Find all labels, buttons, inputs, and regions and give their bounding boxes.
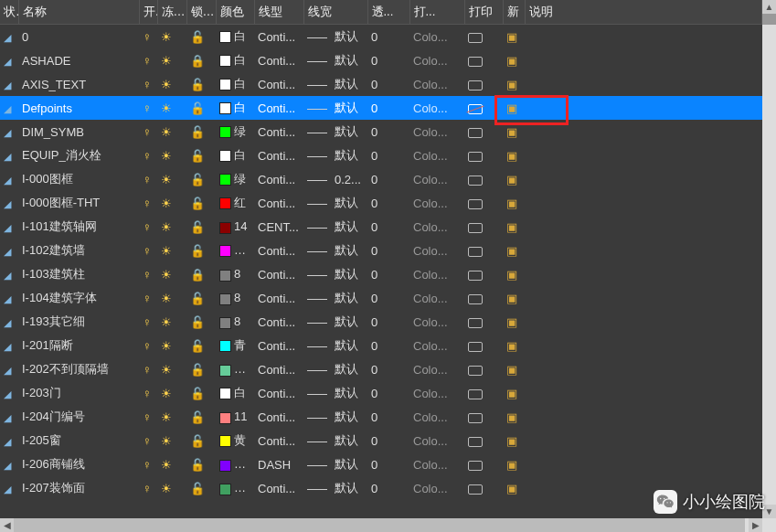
plotstyle-cell[interactable]: Colo... (409, 429, 464, 452)
table-row[interactable]: ◢I-103建筑柱♀☀🔒8Conti...默认0Colo...▣ (0, 262, 762, 286)
plot-cell[interactable] (464, 215, 503, 239)
scroll-left-icon[interactable]: ◀ (0, 518, 14, 532)
linetype-cell[interactable]: Conti... (254, 357, 303, 381)
newvp-cell[interactable]: ▣ (503, 191, 525, 215)
lock-cell[interactable]: 🔓 (186, 286, 216, 310)
linetype-cell[interactable]: Conti... (254, 334, 303, 357)
lock-cell[interactable]: 🔓 (186, 452, 216, 476)
name-cell[interactable]: I-193其它细 (18, 310, 139, 334)
newvp-cell[interactable]: ▣ (503, 262, 525, 286)
newvp-cell[interactable]: ▣ (503, 144, 525, 167)
name-cell[interactable]: I-202不到顶隔墙 (18, 357, 139, 381)
lineweight-cell[interactable]: 默认 (331, 262, 367, 286)
linetype-cell[interactable]: Conti... (254, 381, 303, 405)
freeze-cell[interactable]: ☀ (157, 405, 186, 429)
newvp-cell[interactable]: ▣ (503, 357, 525, 381)
desc-cell[interactable] (525, 310, 762, 334)
color-cell[interactable]: 白 (216, 72, 254, 96)
color-cell[interactable]: 黄 (216, 429, 254, 452)
linetype-cell[interactable]: Conti... (254, 405, 303, 429)
table-row[interactable]: ◢ASHADE♀☀🔒白Conti...默认0Colo...▣ (0, 48, 762, 72)
freeze-cell[interactable]: ☀ (157, 167, 186, 191)
name-cell[interactable]: AXIS_TEXT (18, 72, 139, 96)
plot-cell[interactable] (464, 310, 503, 334)
printer-icon[interactable] (468, 128, 483, 138)
printer-icon[interactable] (468, 437, 483, 447)
h-new[interactable]: 新 (503, 0, 525, 25)
transparency-cell[interactable]: 0 (367, 25, 409, 49)
on-cell[interactable]: ♀ (139, 452, 157, 476)
transparency-cell[interactable]: 0 (367, 239, 409, 262)
linetype-cell[interactable]: Conti... (254, 310, 303, 334)
color-cell[interactable]: 白 (216, 48, 254, 72)
printer-icon[interactable] (468, 389, 483, 399)
freeze-cell[interactable]: ☀ (157, 452, 186, 476)
table-row[interactable]: ◢I-101建筑轴网♀☀🔓14CENT...默认0Colo...▣ (0, 215, 762, 239)
printer-icon[interactable] (468, 461, 483, 471)
lock-cell[interactable]: 🔓 (186, 120, 216, 144)
desc-cell[interactable] (525, 215, 762, 239)
plot-cell[interactable] (464, 25, 503, 49)
plot-cell[interactable] (464, 405, 503, 429)
color-cell[interactable]: 白 (216, 144, 254, 167)
lineweight-cell[interactable]: 默认 (331, 452, 367, 476)
linetype-cell[interactable]: Conti... (254, 476, 303, 500)
h-name[interactable]: 名称 (18, 0, 139, 25)
newvp-cell[interactable]: ▣ (503, 167, 525, 191)
table-row[interactable]: ◢0♀☀🔓白Conti...默认0Colo...▣ (0, 25, 762, 49)
lineweight-cell[interactable]: 默认 (331, 286, 367, 310)
plot-cell[interactable] (464, 191, 503, 215)
printer-icon[interactable] (468, 33, 483, 43)
lock-cell[interactable]: 🔓 (186, 429, 216, 452)
lineweight-sample[interactable] (303, 286, 331, 310)
lineweight-sample[interactable] (303, 48, 331, 72)
lineweight-sample[interactable] (303, 72, 331, 96)
printer-icon[interactable] (468, 176, 483, 186)
lineweight-sample[interactable] (303, 452, 331, 476)
printer-icon[interactable] (468, 413, 483, 423)
plot-cell[interactable] (464, 239, 503, 262)
lineweight-cell[interactable]: 默认 (331, 334, 367, 357)
lineweight-sample[interactable] (303, 96, 331, 120)
transparency-cell[interactable]: 0 (367, 262, 409, 286)
on-cell[interactable]: ♀ (139, 262, 157, 286)
newvp-cell[interactable]: ▣ (503, 334, 525, 357)
plotstyle-cell[interactable]: Colo... (409, 96, 464, 120)
lineweight-sample[interactable] (303, 357, 331, 381)
linetype-cell[interactable]: CENT... (254, 215, 303, 239)
name-cell[interactable]: I-204门编号 (18, 405, 139, 429)
lock-cell[interactable]: 🔓 (186, 167, 216, 191)
status-cell[interactable]: ◢ (0, 357, 18, 381)
table-row[interactable]: ◢I-000图框♀☀🔓绿Conti...0.2...0Colo...▣ (0, 167, 762, 191)
color-cell[interactable]: 8 (216, 310, 254, 334)
freeze-cell[interactable]: ☀ (157, 239, 186, 262)
name-cell[interactable]: Defpoints (18, 96, 139, 120)
freeze-cell[interactable]: ☀ (157, 262, 186, 286)
newvp-cell[interactable]: ▣ (503, 286, 525, 310)
color-cell[interactable]: 绿 (216, 120, 254, 144)
newvp-cell[interactable]: ▣ (503, 310, 525, 334)
lineweight-cell[interactable]: 默认 (331, 25, 367, 49)
h-desc[interactable]: 说明 (525, 0, 762, 25)
freeze-cell[interactable]: ☀ (157, 191, 186, 215)
desc-cell[interactable] (525, 452, 762, 476)
lineweight-sample[interactable] (303, 381, 331, 405)
status-cell[interactable]: ◢ (0, 405, 18, 429)
name-cell[interactable]: ASHADE (18, 48, 139, 72)
name-cell[interactable]: 0 (18, 25, 139, 49)
transparency-cell[interactable]: 0 (367, 405, 409, 429)
table-row[interactable]: ◢I-201隔断♀☀🔓青Conti...默认0Colo...▣ (0, 334, 762, 357)
lineweight-cell[interactable]: 默认 (331, 215, 367, 239)
printer-icon[interactable] (468, 57, 483, 67)
linetype-cell[interactable]: Conti... (254, 167, 303, 191)
transparency-cell[interactable]: 0 (367, 191, 409, 215)
on-cell[interactable]: ♀ (139, 334, 157, 357)
lineweight-sample[interactable] (303, 262, 331, 286)
h-freeze[interactable]: 冻... (157, 0, 186, 25)
plotstyle-cell[interactable]: Colo... (409, 334, 464, 357)
transparency-cell[interactable]: 0 (367, 452, 409, 476)
h-color[interactable]: 颜色 (216, 0, 254, 25)
name-cell[interactable]: I-000图框-THT (18, 191, 139, 215)
vertical-scrollbar[interactable]: ▲ ▼ (762, 0, 776, 518)
h-plot[interactable]: 打印 (464, 0, 503, 25)
